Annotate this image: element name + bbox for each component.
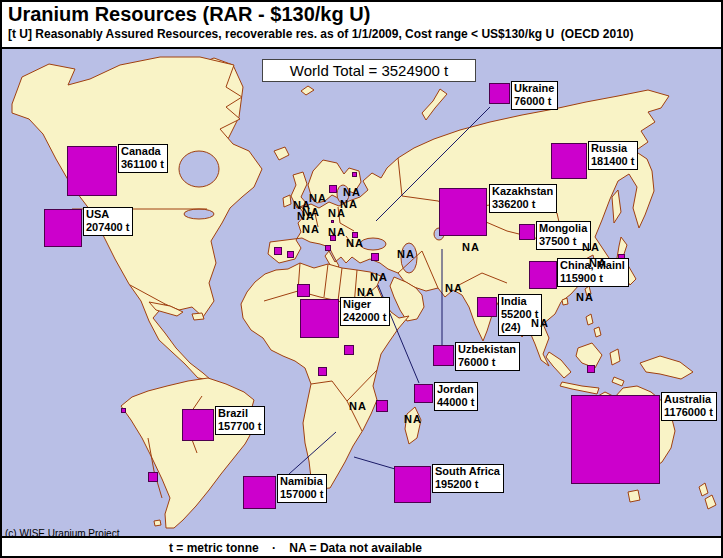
- square-china: [529, 261, 557, 289]
- country-value: 181400 t: [591, 155, 634, 168]
- na-marker: NA: [582, 242, 600, 253]
- small-square: [274, 247, 282, 255]
- country-name: Namibia: [280, 475, 323, 488]
- country-name: USA: [86, 208, 129, 221]
- na-marker: NA: [589, 258, 607, 269]
- country-name: Ukraine: [514, 82, 554, 95]
- country-name: Kazakhstan: [492, 185, 553, 198]
- title-bar: Uranium Resources (RAR - $130/kg U) [t U…: [2, 3, 721, 49]
- country-value: 76000 t: [458, 356, 516, 369]
- na-marker: NA: [397, 249, 415, 260]
- label-canada: Canada361100 t: [118, 144, 168, 173]
- square-ukraine: [489, 83, 510, 104]
- na-marker: NA: [302, 224, 320, 235]
- small-square: [331, 220, 334, 223]
- country-value: 207400 t: [86, 221, 129, 234]
- small-square: [344, 345, 354, 355]
- country-value: 242000 t: [343, 311, 386, 324]
- square-usa: [44, 209, 82, 247]
- country-name: Uzbekistan: [458, 343, 516, 356]
- square-brazil: [182, 409, 214, 441]
- na-marker: NA: [576, 292, 594, 303]
- na-marker: NA: [343, 187, 361, 198]
- label-uzbekistan: Uzbekistan76000 t: [455, 342, 520, 371]
- square-india: [477, 297, 497, 317]
- country-name: Canada: [121, 145, 164, 158]
- square-canada: [67, 146, 117, 196]
- country-value: 336200 t: [492, 198, 553, 211]
- square-kazakhstan: [439, 188, 487, 236]
- country-name: India: [501, 295, 538, 308]
- legend-bar: t = metric tonne · NA = Data not availab…: [2, 538, 721, 557]
- na-marker: NA: [462, 242, 480, 253]
- country-value: 76000 t: [514, 95, 554, 108]
- world-map: Canada361100 tUSA207400 tBrazil157700 tU…: [2, 49, 721, 538]
- country-name: Niger: [343, 298, 386, 311]
- na-marker: NA: [445, 283, 463, 294]
- country-name: Jordan: [437, 383, 474, 396]
- label-usa: USA207400 t: [83, 207, 133, 236]
- country-name: Mongolia: [539, 222, 587, 235]
- na-marker: NA: [328, 227, 346, 238]
- square-australia: [571, 395, 660, 484]
- small-square: [352, 172, 357, 177]
- small-square: [376, 400, 388, 412]
- small-square: [287, 251, 294, 258]
- country-value: 44000 t: [437, 396, 474, 409]
- label-south-africa: South Africa195200 t: [432, 464, 504, 493]
- square-jordan: [414, 384, 433, 403]
- country-name: Russia: [591, 142, 634, 155]
- na-marker: NA: [404, 414, 422, 425]
- na-marker: NA: [297, 211, 315, 222]
- country-name: Brazil: [218, 407, 261, 420]
- country-value: 37500 t: [539, 235, 587, 248]
- page-subtitle: [t U] Reasonably Assured Resources, reco…: [8, 27, 721, 41]
- country-value: 195200 t: [435, 478, 500, 491]
- square-uzbekistan: [433, 345, 454, 366]
- na-marker: NA: [349, 401, 367, 412]
- symbol-overlay: Canada361100 tUSA207400 tBrazil157700 tU…: [2, 49, 721, 536]
- na-marker: NA: [357, 287, 375, 298]
- uranium-resources-map-page: Uranium Resources (RAR - $130/kg U) [t U…: [0, 0, 723, 558]
- country-value: 157000 t: [280, 488, 323, 501]
- label-namibia: Namibia157000 t: [277, 474, 327, 503]
- country-value: 1176000 t: [664, 406, 713, 419]
- small-square: [325, 245, 331, 251]
- country-value: 157700 t: [218, 420, 261, 433]
- page-title: Uranium Resources (RAR - $130/kg U): [8, 3, 721, 26]
- label-russia: Russia181400 t: [588, 141, 638, 170]
- square-mongolia: [519, 224, 535, 240]
- small-square: [148, 472, 158, 482]
- na-marker: NA: [370, 272, 388, 283]
- small-square: [371, 253, 379, 261]
- na-marker: NA: [531, 318, 549, 329]
- small-square: [329, 185, 337, 193]
- small-square: [121, 408, 126, 413]
- small-square: [318, 367, 327, 376]
- square-russia: [551, 143, 587, 179]
- na-marker: NA: [346, 238, 364, 249]
- country-name: South Africa: [435, 465, 500, 478]
- na-marker: NA: [328, 208, 346, 219]
- label-brazil: Brazil157700 t: [215, 406, 265, 435]
- label-niger: Niger242000 t: [340, 297, 390, 326]
- small-square: [587, 365, 595, 373]
- square-namibia: [243, 476, 276, 509]
- legend-text: t = metric tonne · NA = Data not availab…: [169, 541, 422, 555]
- label-australia: Australia1176000 t: [661, 392, 717, 421]
- small-square: [297, 284, 310, 297]
- label-ukraine: Ukraine76000 t: [511, 81, 558, 110]
- country-value: 361100 t: [121, 158, 164, 171]
- square-south-africa: [394, 466, 431, 503]
- square-niger: [300, 299, 339, 338]
- label-india: India55200 t(24): [498, 294, 542, 336]
- world-total-box: World Total = 3524900 t: [262, 59, 476, 82]
- label-kazakhstan: Kazakhstan336200 t: [489, 184, 557, 213]
- na-marker: NA: [309, 193, 327, 204]
- country-value: 115900 t: [560, 272, 625, 285]
- country-name: Australia: [664, 393, 713, 406]
- label-jordan: Jordan44000 t: [434, 382, 478, 411]
